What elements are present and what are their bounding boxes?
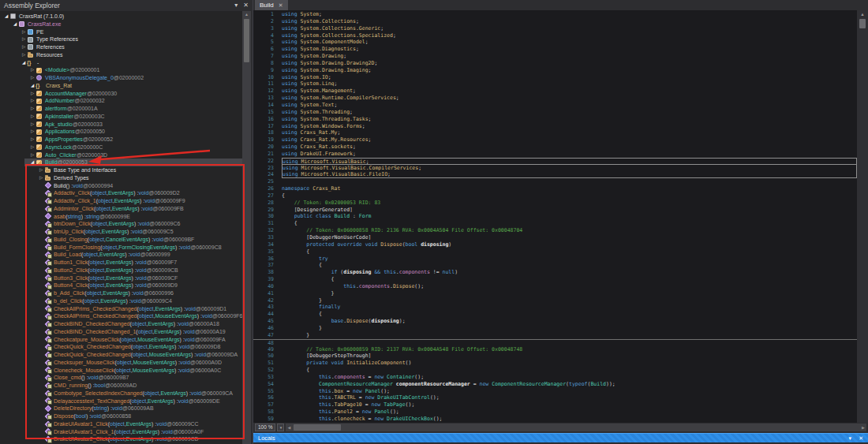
zoom-level-select[interactable]: 100 % [255,423,275,431]
tree-item[interactable]: Delayaccesstext_TextChanged(object, Even… [0,397,242,405]
tree-item[interactable]: Button2_Click(object, EventArgs) : void … [0,267,242,274]
tree-expander-icon[interactable]: ▷ [29,136,36,144]
locals-menu-icon[interactable]: ▾ [849,434,852,442]
tree-item[interactable]: Addmintor_Click(object, EventArgs) : voi… [0,205,242,213]
tree-item[interactable]: Build_Closing(object, CancelEventArgs) :… [0,236,242,244]
tree-item[interactable]: ▷<Module> @02000001 [0,66,242,74]
tree-item[interactable]: ▷Apk_studio @02000033 [0,121,242,129]
scroll-up-icon[interactable]: ▲ [857,10,868,18]
tree-expander-icon[interactable]: ◢ [21,59,27,67]
panel-menu-icon[interactable]: ▾ [234,0,238,11]
tree-expander-icon[interactable]: ◢ [3,13,9,21]
tree-expander-icon[interactable]: ▷ [29,97,36,105]
tree-expander-icon[interactable]: ▷ [29,66,36,74]
tree-item[interactable]: CheckAllPrims_CheckedChanged(object, Eve… [0,305,242,313]
tree-item[interactable]: Checksuper_MouseClick(object, MouseEvent… [0,359,242,367]
code-view[interactable]: 1using System;2using System.Collections;… [253,10,857,423]
tree-item[interactable]: Addactiv_Click(object, EventArgs) : void… [0,189,242,197]
tree-expander-icon[interactable]: ▷ [29,121,36,129]
tree-item[interactable]: Checkcatpure_MouseClick(object, MouseEve… [0,336,242,344]
tree-expander-icon[interactable]: ▷ [21,35,27,43]
tree-item[interactable]: DeleteDirectory(string) : void @060009AB [0,405,242,412]
tree-item[interactable]: Dispose(bool) : void @06000858 [0,412,242,420]
tree-scrollbar-thumb[interactable] [244,19,249,62]
tree-item[interactable]: ▷Resources [0,51,242,59]
tree-expander-icon[interactable]: ▷ [29,144,36,151]
tree-item[interactable]: ◢Craxs_Rat [0,82,242,90]
tree-expander-icon[interactable]: ▷ [38,174,44,182]
tree-item[interactable]: ▷Type References [0,35,242,43]
tree-item[interactable]: Addactiv_Click_1(object, EventArgs) : vo… [0,197,242,205]
tree-item[interactable]: ▷Derived Types [0,174,242,182]
tree-item[interactable]: ▷Applications @02000050 [0,128,242,136]
assembly-explorer-title: Assembly Explorer [4,2,60,9]
tree-item[interactable]: ▷References [0,43,242,51]
tree-item[interactable]: Combotype_SelectedIndexChanged(object, E… [0,390,242,397]
tree-item[interactable]: Button1_Click(object, EventArgs) : void … [0,259,242,267]
tree-item[interactable]: CheckBIND_CheckedChanged(object, EventAr… [0,320,242,328]
panel-close-icon[interactable]: ✕ [243,0,249,11]
tree-item[interactable]: asab(string) : string @0600099E [0,213,242,221]
tree-item[interactable]: CMD_running() : bool @060009AD [0,382,242,390]
tree-item[interactable]: ▷PE [0,28,242,36]
tree-expander-icon[interactable]: ◢ [29,82,36,90]
tree-item[interactable]: Button3_Click(object, EventArgs) : void … [0,274,242,282]
tree-item[interactable]: ◢- [0,59,242,67]
tree-item[interactable]: ▷AccountManager @02000030 [0,90,242,98]
horizontal-scrollbar[interactable]: ◀ ▶ [286,423,866,431]
tree-item[interactable]: ▷Apkinstaller @0200003C [0,113,242,121]
horizontal-scrollbar-thumb[interactable] [294,424,341,431]
tree-expander-icon[interactable]: ▷ [29,90,36,98]
tree-item[interactable]: CheckQuick_CheckedChanged(object, EventA… [0,343,242,351]
tab-close-icon[interactable]: ✕ [279,0,283,10]
locals-close-icon[interactable]: ✕ [859,434,863,442]
tree-item[interactable]: Close_cmd() : void @060009B7 [0,374,242,382]
tree-expander-icon[interactable]: ▷ [29,151,36,159]
tree-item[interactable]: ▷Base Type and Interfaces [0,166,242,174]
tree-item[interactable]: Button4_Click(object, EventArgs) : void … [0,282,242,289]
tree-item[interactable]: DrakeUIAvatar2_Click(object, EventArgs) … [0,435,242,443]
tree-item[interactable]: ▷AppsProperties @02000052 [0,136,242,144]
tree-expander-icon[interactable]: ▷ [29,105,36,113]
code-line: 55 this.box = new Panel(); [253,388,857,395]
tree-item[interactable]: CheckAllPrims_CheckedChanged(object, Mou… [0,312,242,320]
locals-panel-titlebar[interactable]: Locals ▾ ✕ [253,433,868,442]
tree-item[interactable]: CheckQuick_CheckedChanged(object, MouseE… [0,351,242,359]
tree-item[interactable]: btnUp_Click(object, EventArgs) : void @0… [0,228,242,236]
tree-item[interactable]: ▷VBSAnonymousDelegate_0 @02000002 [0,74,242,82]
tree-item[interactable]: btnDown_Click(object, EventArgs) : void … [0,220,242,228]
tree-item-selected[interactable]: ◢Build @02000053 [0,159,242,166]
tree-item[interactable]: b_del_Click(object, EventArgs) : void @0… [0,297,242,305]
tab-build[interactable]: Build ✕ [255,0,288,10]
tree-expander-icon[interactable]: ◢ [29,159,36,166]
tree-item[interactable]: ▷AddNumber @02000032 [0,97,242,105]
tree-expander-icon[interactable]: ▷ [21,28,27,36]
scroll-left-icon[interactable]: ◀ [286,423,292,431]
scroll-up-icon[interactable]: ▲ [242,11,251,18]
tree-item[interactable]: ◢CraxsRat (7.1.0.0) [0,13,242,21]
tree-expander-icon[interactable]: ▷ [29,128,36,136]
tree-item[interactable]: CheckBIND_CheckedChanged_1(object, Event… [0,328,242,336]
tree-scrollbar[interactable]: ▲ [242,11,251,444]
tree-item[interactable]: ◢CraxsRat.exe [0,21,242,28]
tree-item[interactable]: Build_FormClosing(object, FormClosingEve… [0,244,242,252]
tree-item[interactable]: Build() : void @06000994 [0,182,242,190]
tree-expander-icon[interactable]: ▷ [21,43,27,51]
scroll-right-icon[interactable]: ▶ [860,423,866,431]
tree-item[interactable]: DrakeUIAvatar1_Click_1(object, EventArgs… [0,428,242,436]
editor-scrollbar[interactable]: ▲ [857,10,868,423]
tree-item[interactable]: Clonecheck_MouseClick(object, MouseEvent… [0,367,242,375]
tree-item[interactable]: Build_Load(object, EventArgs) : void @06… [0,251,242,259]
tree-expander-icon[interactable]: ▷ [38,166,44,174]
tree-expander-icon[interactable]: ▷ [21,51,27,59]
tree-item[interactable]: ▷alertform @0200001A [0,105,242,113]
tree-item[interactable]: ▷Auto_Clicker @0200003D [0,151,242,159]
tree-expander-icon[interactable]: ▷ [29,74,36,82]
tree-item[interactable]: ▷AsyncLock @0200000C [0,144,242,151]
tree-item[interactable]: b_Add_Click(object, EventArgs) : void @0… [0,289,242,297]
zoom-dropdown-icon[interactable]: ▾ [277,423,284,431]
editor-scrollbar-thumb[interactable] [859,19,866,28]
tree-expander-icon[interactable]: ◢ [12,21,18,28]
tree-item[interactable]: DrakeUIAvatar1_Click(object, EventArgs) … [0,420,242,428]
tree-expander-icon[interactable]: ▷ [29,113,36,121]
